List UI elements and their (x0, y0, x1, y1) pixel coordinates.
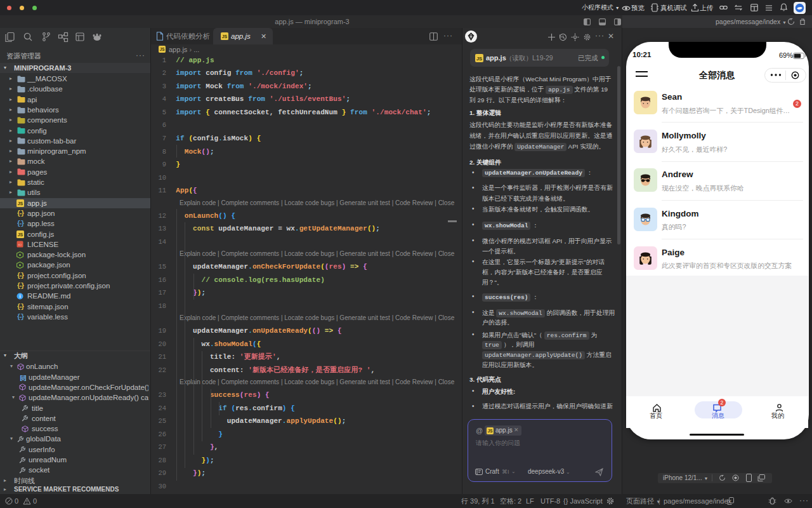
svg-text:{-}: {-} (17, 314, 25, 321)
svg-text:{-}: {-} (17, 220, 25, 227)
svg-text:{-}: {-} (17, 283, 25, 290)
svg-text:i: i (19, 293, 20, 299)
svg-text:{-}: {-} (17, 210, 25, 217)
svg-text:JS: JS (476, 56, 482, 62)
svg-text:JS: JS (18, 232, 23, 237)
svg-text:{-}: {-} (17, 272, 25, 279)
svg-text:JS: JS (18, 201, 23, 206)
svg-text:[@]: [@] (20, 375, 27, 382)
svg-text:©: © (18, 243, 22, 248)
svg-text:JS: JS (222, 34, 228, 39)
svg-text:JS: JS (488, 429, 493, 433)
svg-text:{-}: {-} (17, 304, 25, 311)
svg-text:JS: JS (160, 47, 165, 51)
